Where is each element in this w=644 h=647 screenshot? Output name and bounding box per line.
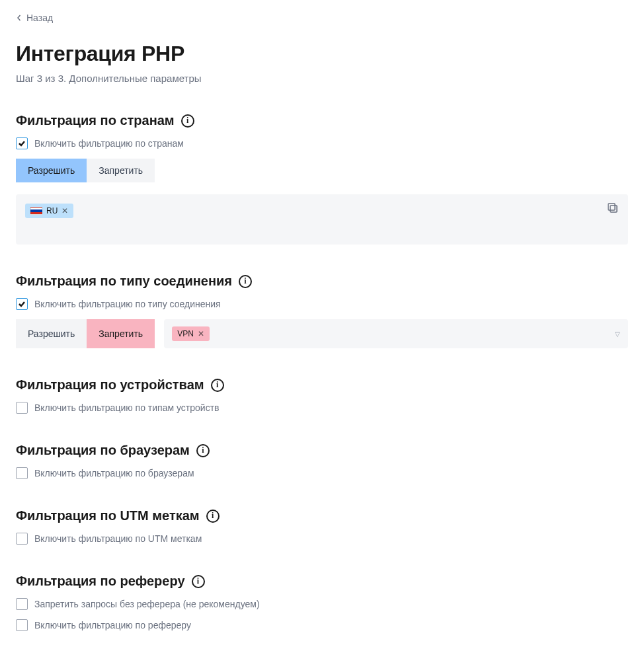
section-devices: Фильтрация по устройствам i Включить фил…	[16, 377, 628, 414]
toggle-countries: Разрешить Запретить	[16, 159, 155, 182]
checkbox-label: Включить фильтрацию по типам устройств	[34, 402, 219, 413]
info-icon[interactable]: i	[211, 379, 224, 392]
checkbox-countries-enable[interactable]	[16, 137, 28, 149]
section-utm: Фильтрация по UTM меткам i Включить филь…	[16, 508, 628, 545]
toggle-allow-button[interactable]: Разрешить	[16, 159, 87, 182]
checkbox-referer-enable[interactable]	[16, 619, 28, 631]
back-label: Назад	[26, 13, 53, 23]
countries-tag-area[interactable]: RU ✕	[16, 194, 628, 245]
flag-ru-icon	[30, 207, 42, 215]
connection-tag-label: VPN	[177, 329, 194, 338]
close-icon[interactable]: ✕	[61, 206, 68, 215]
chevron-left-icon	[16, 15, 22, 21]
connection-tag-area[interactable]: VPN ✕ ▽	[164, 319, 628, 348]
info-icon[interactable]: i	[206, 510, 220, 523]
svg-rect-0	[610, 206, 617, 212]
section-title-utm: Фильтрация по UTM меткам	[16, 508, 200, 523]
toggle-connection: Разрешить Запретить	[16, 319, 155, 348]
info-icon[interactable]: i	[239, 275, 252, 288]
checkbox-utm-enable[interactable]	[16, 533, 28, 545]
copy-icon[interactable]	[607, 202, 619, 214]
country-tag-label: RU	[46, 206, 58, 215]
checkbox-label: Включить фильтрацию по UTM меткам	[34, 533, 202, 544]
checkbox-label: Включить фильтрацию по типу соединения	[34, 299, 221, 309]
connection-tag-vpn[interactable]: VPN ✕	[172, 326, 210, 341]
section-title-referer: Фильтрация по рефереру	[16, 574, 185, 589]
checkbox-referer-noref[interactable]	[16, 598, 28, 610]
page-title: Интеграция PHP	[16, 42, 628, 66]
info-icon[interactable]: i	[196, 444, 210, 457]
section-referer: Фильтрация по рефереру i Запретить запро…	[16, 574, 628, 631]
checkbox-label: Включить фильтрацию по странам	[34, 138, 184, 149]
checkbox-label: Включить фильтрацию по рефереру	[34, 620, 191, 630]
toggle-deny-button[interactable]: Запретить	[87, 159, 155, 182]
close-icon[interactable]: ✕	[198, 329, 204, 338]
info-icon[interactable]: i	[181, 114, 194, 128]
toggle-deny-button[interactable]: Запретить	[87, 319, 155, 348]
checkbox-label: Запретить запросы без реферера (не реком…	[34, 599, 260, 609]
toggle-allow-button[interactable]: Разрешить	[16, 319, 87, 348]
section-browsers: Фильтрация по браузерам i Включить фильт…	[16, 443, 628, 479]
section-title-devices: Фильтрация по устройствам	[16, 377, 204, 393]
section-connection: Фильтрация по типу соединения i Включить…	[16, 274, 628, 348]
section-title-countries: Фильтрация по странам	[16, 113, 175, 128]
step-text: Шаг 3 из 3. Дополнительные параметры	[16, 73, 628, 84]
section-countries: Фильтрация по странам i Включить фильтра…	[16, 113, 628, 245]
country-tag-ru[interactable]: RU ✕	[25, 204, 73, 218]
back-link[interactable]: Назад	[16, 13, 53, 23]
checkbox-devices-enable[interactable]	[16, 402, 28, 414]
section-title-browsers: Фильтрация по браузерам	[16, 443, 190, 458]
section-title-connection: Фильтрация по типу соединения	[16, 274, 232, 289]
checkbox-label: Включить фильтрацию по браузерам	[34, 468, 194, 478]
checkbox-browsers-enable[interactable]	[16, 467, 28, 479]
checkbox-connection-enable[interactable]	[16, 298, 28, 310]
svg-rect-1	[608, 204, 615, 210]
info-icon[interactable]: i	[192, 575, 205, 588]
chevron-down-icon[interactable]: ▽	[615, 330, 620, 338]
